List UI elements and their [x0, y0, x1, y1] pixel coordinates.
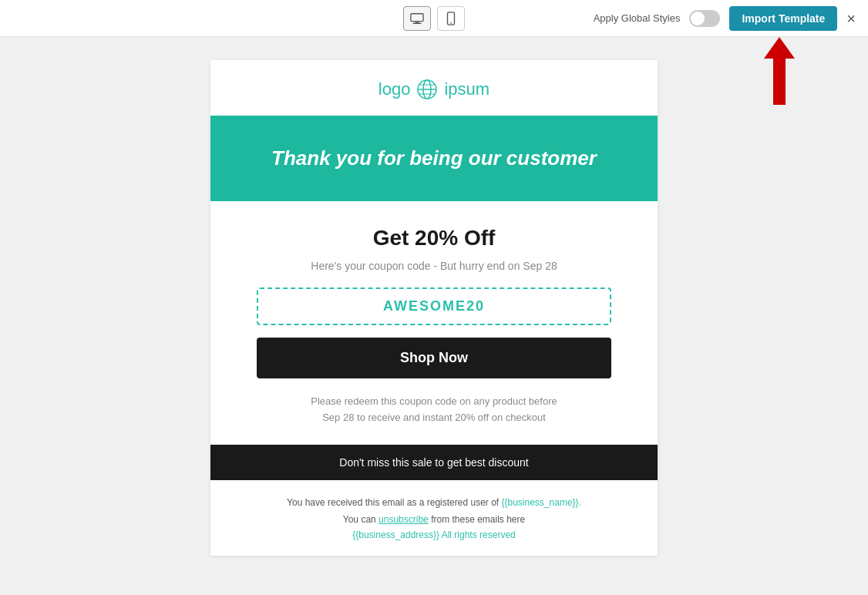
global-styles-toggle[interactable] — [689, 10, 720, 27]
footer-section: You have received this email as a regist… — [210, 480, 658, 556]
mobile-view-button[interactable] — [437, 6, 465, 31]
footer-registered-prefix: You have received this email as a regist… — [287, 497, 499, 508]
footer-address: {{business_address}} All rights reserved — [241, 529, 627, 540]
footer-registered-text: You have received this email as a regist… — [241, 496, 627, 509]
logo-section: logo ipsum — [210, 60, 658, 116]
footer-unsubscribe-prefix: You can — [343, 514, 376, 525]
footer-unsubscribe-suffix: from these emails here — [431, 514, 525, 525]
offer-section: Get 20% Off Here's your coupon code - Bu… — [210, 201, 658, 445]
logo-before-text: logo — [378, 79, 411, 99]
footer-business-name: {{business_name}}. — [501, 497, 580, 508]
redeem-text: Please redeem this coupon code on any pr… — [257, 394, 611, 426]
close-button[interactable]: × — [846, 11, 856, 26]
desktop-view-button[interactable] — [403, 6, 431, 31]
svg-point-4 — [450, 22, 452, 23]
arrow-indicator — [764, 37, 795, 105]
footer-rights-text: All rights reserved — [442, 529, 516, 540]
device-switcher — [403, 6, 465, 31]
redeem-text-line2: Sep 28 to receive and instant 20% off on… — [322, 412, 546, 423]
logo: logo ipsum — [378, 79, 490, 100]
logo-after-text: ipsum — [444, 79, 490, 99]
coupon-box: AWESOME20 — [257, 287, 611, 325]
arrow-head — [764, 37, 795, 59]
unsubscribe-link[interactable]: unsubscribe — [378, 514, 429, 525]
footer-unsubscribe-line: You can unsubscribe from these emails he… — [241, 514, 627, 525]
coupon-code: AWESOME20 — [383, 298, 485, 314]
logo-globe-icon — [416, 79, 438, 100]
top-bar: Apply Global Styles Import Template × — [0, 0, 868, 37]
email-template: logo ipsum Thank you for being our custo… — [210, 60, 658, 556]
svg-rect-0 — [411, 13, 423, 21]
redeem-text-line1: Please redeem this coupon code on any pr… — [311, 395, 557, 407]
hero-title: Thank you for being our customer — [234, 146, 634, 170]
footer-banner-text: Don't miss this sale to get best discoun… — [339, 456, 528, 469]
top-bar-right: Apply Global Styles Import Template × — [594, 6, 856, 31]
apply-global-label: Apply Global Styles — [594, 12, 681, 24]
offer-title: Get 20% Off — [257, 226, 611, 250]
main-content: logo ipsum Thank you for being our custo… — [0, 37, 868, 595]
shop-now-button[interactable]: Shop Now — [257, 338, 611, 378]
import-template-button[interactable]: Import Template — [729, 6, 837, 31]
footer-address-placeholder: {{business_address}} — [352, 529, 439, 540]
hero-banner: Thank you for being our customer — [210, 116, 658, 201]
footer-banner: Don't miss this sale to get best discoun… — [210, 445, 658, 480]
offer-subtitle: Here's your coupon code - But hurry end … — [257, 260, 611, 272]
arrow-body — [773, 59, 786, 105]
